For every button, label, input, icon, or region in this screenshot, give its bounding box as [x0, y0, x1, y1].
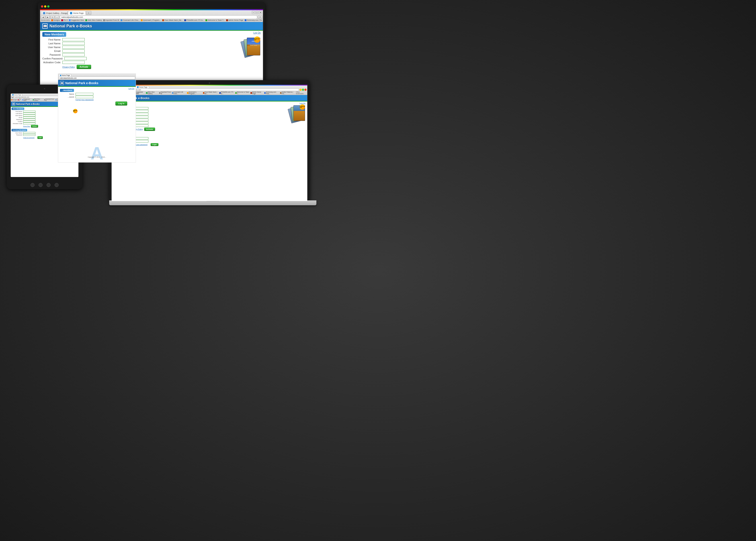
laptop-ex-pw-row: Password:: [114, 140, 283, 143]
partial-fpw-row: Forgot your password?: [60, 99, 134, 101]
partial-log-on[interactable]: Log On: [129, 88, 134, 90]
new-tab-button[interactable]: +: [86, 11, 91, 15]
laptop-bm-12[interactable]: Dictionary.com: Find...: [264, 91, 280, 94]
laptop-bm-4[interactable]: Web Slice Gallery: [146, 91, 159, 94]
bookmark-pinit[interactable]: Pin It: [61, 19, 68, 21]
partial-pw2-input[interactable]: [76, 96, 93, 98]
laptop-maximize[interactable]: [302, 89, 304, 91]
bookmark-webslice[interactable]: Web Slice Gallery: [85, 19, 102, 21]
laptop-bm-9[interactable]: PIXtoEM.com: PX to...: [219, 91, 235, 94]
tablet-ln-input[interactable]: [23, 113, 35, 115]
activation-code-input[interactable]: [62, 61, 85, 64]
refresh-button[interactable]: ↻: [50, 15, 54, 19]
partial-address[interactable]: [59, 77, 135, 79]
laptop-tab-2[interactable]: Home Page: [135, 86, 149, 88]
laptop-login-button[interactable]: Login: [151, 143, 158, 146]
confirm-password-label: Confirm Password:: [42, 57, 64, 60]
bookmark-covenant[interactable]: Covenant Life Chur...: [120, 19, 140, 21]
tablet-tab-active[interactable]: Home Page: [11, 94, 22, 96]
laptop-bm-other[interactable]: Other bookmarks: [296, 91, 307, 94]
tablet-privacy-link[interactable]: Privacy Policy: [23, 126, 30, 127]
laptop-close[interactable]: [304, 89, 307, 91]
partial-desktop-view: Home Page 📖 National Park e-Books Log On…: [58, 74, 136, 163]
laptop-email-row: Email:: [114, 116, 283, 118]
partial-name-input[interactable]: [76, 93, 93, 95]
tablet-activate-btn[interactable]: Activate: [31, 125, 38, 128]
forward-button[interactable]: ▶: [46, 15, 50, 19]
laptop-minimize[interactable]: [299, 89, 302, 91]
tablet-forgot-link[interactable]: Forgot your password?: [23, 137, 35, 138]
password-input[interactable]: [62, 53, 85, 56]
browser-tab-1[interactable]: Project Gallery - Paragon: [41, 11, 68, 15]
laptop-bm-11[interactable]: Admin Home Page: [250, 91, 264, 94]
bookmark-pixtoem[interactable]: PIXtoEM.com: PX to...: [184, 19, 205, 21]
tablet-bm-4[interactable]: Web Slice Gallery: [33, 98, 44, 101]
tablet-search-btn[interactable]: [39, 183, 43, 187]
tablet-menu-btn[interactable]: [47, 183, 51, 187]
tablet-pw-label: Password:: [12, 119, 23, 120]
bookmark-admin[interactable]: Admin Home Page: [226, 19, 244, 21]
tablet-bm-1[interactable]: Designs: [11, 98, 17, 101]
win-close-btn[interactable]: ✕: [259, 11, 262, 14]
confirm-password-input[interactable]: [64, 57, 87, 60]
laptop-bm-favicon-7: [187, 92, 188, 94]
bookmark-facemask[interactable]: Face Mask Hack | Be...: [162, 19, 183, 21]
bookmark-quizmash[interactable]: Quizmash | Program...: [140, 19, 161, 21]
partial-forgot[interactable]: Forgot your password?: [76, 99, 94, 101]
partial-name-row: Name:: [60, 93, 134, 95]
laptop-bm-7[interactable]: Quizmash | Program...: [187, 91, 202, 94]
tablet-bm-2[interactable]: Pin It: [18, 98, 22, 101]
tablet-em-input[interactable]: [23, 117, 35, 119]
email-input[interactable]: [62, 49, 85, 53]
user-name-input[interactable]: [62, 46, 85, 49]
win-minimize-btn[interactable]: ─: [252, 11, 255, 14]
tablet-un-input[interactable]: [23, 115, 35, 117]
tablet-home-btn[interactable]: [31, 183, 35, 187]
tablet-bm-3[interactable]: Suggested Sites: [22, 98, 33, 101]
last-name-input[interactable]: [62, 42, 85, 45]
privacy-policy-link[interactable]: Privacy Policy: [62, 66, 75, 68]
tablet-pw-input[interactable]: [23, 119, 35, 121]
tablet-ac-input[interactable]: [23, 123, 35, 125]
tablet-camera: [44, 88, 45, 89]
bookmark-welcome[interactable]: Welcome to Team T...: [205, 19, 225, 21]
win-maximize-btn[interactable]: □: [255, 11, 258, 14]
tablet-cpw-input[interactable]: [23, 121, 35, 123]
tablet-fn-input[interactable]: [23, 111, 35, 112]
partial-name-label: Name:: [60, 93, 76, 95]
tablet-bm-5[interactable]: Imported From IE: [44, 98, 55, 101]
back-button[interactable]: ◀: [41, 15, 45, 19]
bookmark-favicon: [69, 19, 71, 21]
log-on-link[interactable]: Log On: [253, 32, 261, 34]
bookmark-suggested[interactable]: Suggested Sites: [68, 19, 84, 21]
laptop-bm-13[interactable]: Subtle Patterns | Fre...: [280, 91, 295, 94]
laptop-address-input[interactable]: [123, 88, 299, 91]
laptop-activate-button[interactable]: Activate: [144, 128, 155, 131]
bookmark-designs[interactable]: Designs: [51, 19, 60, 21]
partial-login-btn[interactable]: Log in: [115, 102, 127, 106]
bookmark-dictionary[interactable]: Dictionary.com: Find...: [244, 19, 262, 21]
tablet-ex-pw-input[interactable]: [23, 134, 35, 136]
settings-button[interactable]: ☰: [258, 15, 262, 19]
tablet-bm-fav-5: [44, 99, 45, 100]
first-name-input[interactable]: [62, 38, 85, 41]
laptop-bm-8[interactable]: Face Mask Hack | Be...: [203, 91, 219, 94]
address-input[interactable]: [60, 15, 257, 19]
tablet-login-btn[interactable]: Login: [37, 136, 43, 139]
laptop-screen: Project Gallery - Paragon Home Page ◀ ▶ …: [111, 85, 307, 201]
bookmark-imported[interactable]: Imported From IE: [103, 19, 120, 21]
laptop-bm-10[interactable]: Welcome to Team T...: [235, 91, 250, 94]
tablet-back-btn[interactable]: [55, 183, 59, 187]
partial-tab-favicon: [60, 75, 61, 76]
tablet-ex-un-input[interactable]: [23, 132, 35, 134]
partial-big-letter: A: [58, 145, 136, 162]
browser-tab-2[interactable]: Home Page: [68, 11, 86, 15]
bookmark-favicon: [245, 19, 246, 21]
activate-button[interactable]: Activate: [77, 65, 91, 69]
partial-tab[interactable]: Home Page: [59, 74, 71, 76]
home-button[interactable]: ⌂: [55, 15, 59, 19]
tablet-back-nav[interactable]: ◀: [11, 96, 14, 98]
laptop-bm-6[interactable]: Covenant Life Chur...: [172, 91, 187, 94]
laptop-bm-5[interactable]: Imported From IE: [159, 91, 172, 94]
laptop-log-on[interactable]: Log On: [300, 102, 305, 104]
